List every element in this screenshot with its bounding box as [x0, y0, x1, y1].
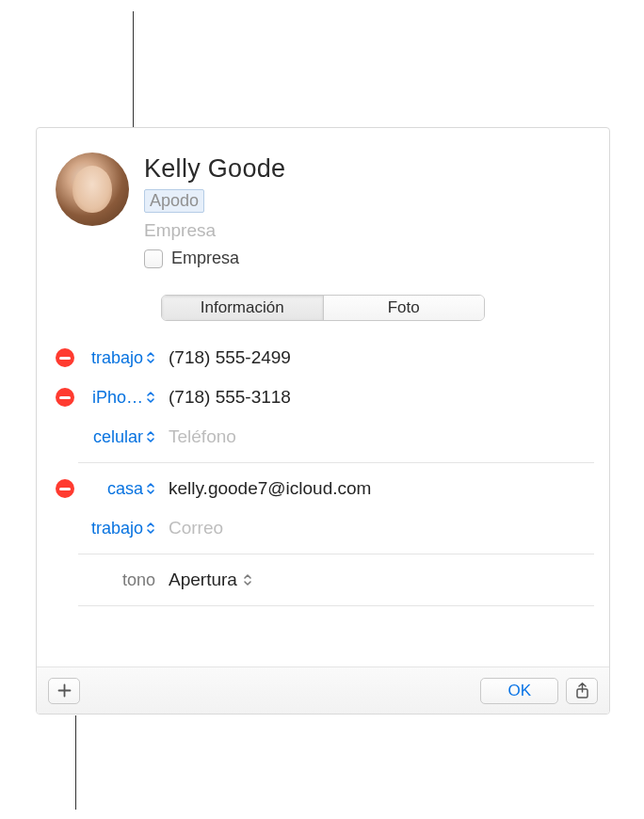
tab-info[interactable]: Información	[162, 296, 323, 320]
field-value-placeholder[interactable]: Teléfono	[159, 426, 594, 447]
company-checkbox-label: Empresa	[171, 249, 239, 268]
contact-header: Kelly Goode Apodo Empresa Empresa	[37, 128, 609, 280]
field-label: tono	[122, 570, 155, 590]
remove-button[interactable]	[56, 388, 74, 407]
svg-rect-1	[59, 396, 71, 399]
callout-line-bottom	[75, 715, 76, 810]
callout-line-top	[133, 11, 134, 127]
phone-row: trabajo (718) 555-2499	[52, 338, 594, 377]
chevron-updown-icon	[243, 573, 252, 586]
chevron-updown-icon	[146, 522, 155, 535]
field-label: iPho…	[92, 388, 143, 408]
company-checkbox-row: Empresa	[144, 249, 590, 268]
field-label-picker[interactable]: casa	[78, 479, 159, 499]
section-divider	[78, 462, 594, 463]
chevron-updown-icon	[146, 482, 155, 495]
field-value-placeholder[interactable]: Correo	[159, 518, 594, 538]
remove-button[interactable]	[56, 479, 74, 498]
svg-rect-0	[59, 357, 71, 360]
field-value[interactable]: kelly.goode7@icloud.com	[159, 478, 594, 499]
ok-button[interactable]: OK	[480, 678, 558, 704]
add-field-button[interactable]	[48, 678, 80, 704]
remove-button[interactable]	[56, 348, 74, 367]
contact-name[interactable]: Kelly Goode	[144, 154, 590, 184]
share-button[interactable]	[566, 678, 598, 704]
ringtone-row: tono Apertura	[52, 560, 594, 600]
panel-footer: OK	[37, 666, 609, 714]
field-label-picker[interactable]: trabajo	[78, 348, 159, 368]
chevron-updown-icon	[146, 391, 155, 404]
field-label-picker[interactable]: celular	[78, 427, 159, 447]
fields-list: trabajo (718) 555-2499 iPho… (718) 555-3…	[37, 338, 609, 666]
minus-icon	[59, 357, 71, 360]
field-value[interactable]: (718) 555-3118	[159, 387, 594, 408]
field-label: trabajo	[91, 519, 143, 538]
name-block: Kelly Goode Apodo Empresa Empresa	[144, 153, 590, 268]
svg-rect-2	[59, 488, 71, 490]
section-divider	[78, 554, 594, 554]
email-row: trabajo Correo	[52, 508, 594, 548]
field-label-static: tono	[78, 570, 159, 590]
field-label-picker[interactable]: trabajo	[78, 519, 159, 538]
segmented-control: Información Foto	[161, 295, 485, 321]
section-divider	[78, 605, 594, 606]
truncated-row	[52, 612, 594, 625]
contact-edit-panel: Kelly Goode Apodo Empresa Empresa Inform…	[36, 127, 610, 715]
plus-icon	[57, 683, 72, 698]
ringtone-picker[interactable]: Apertura	[159, 570, 594, 590]
field-label: celular	[93, 427, 143, 447]
phone-row: iPho… (718) 555-3118	[52, 377, 594, 417]
chevron-updown-icon	[146, 351, 155, 364]
tab-photo[interactable]: Foto	[323, 296, 485, 320]
company-checkbox[interactable]	[144, 249, 163, 268]
phone-row: celular Teléfono	[52, 417, 594, 457]
ringtone-value: Apertura	[169, 570, 237, 590]
field-label-picker[interactable]: iPho…	[78, 388, 159, 408]
field-value[interactable]: (718) 555-2499	[159, 347, 594, 368]
nickname-field[interactable]: Apodo	[144, 189, 204, 213]
minus-icon	[59, 396, 71, 399]
field-label: casa	[107, 479, 143, 499]
minus-icon	[59, 488, 71, 490]
field-label: trabajo	[91, 348, 143, 368]
email-row: casa kelly.goode7@icloud.com	[52, 469, 594, 508]
share-icon	[575, 682, 589, 699]
chevron-updown-icon	[146, 430, 155, 443]
tab-row: Información Foto	[37, 280, 609, 338]
company-field[interactable]: Empresa	[144, 220, 590, 241]
avatar[interactable]	[56, 153, 129, 226]
